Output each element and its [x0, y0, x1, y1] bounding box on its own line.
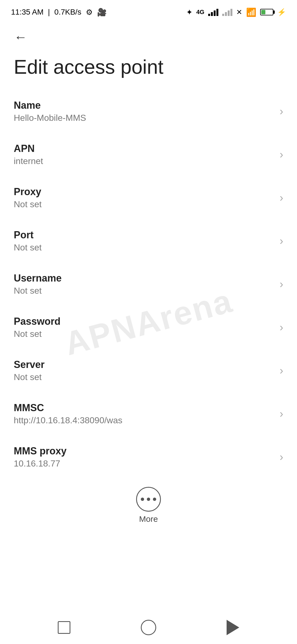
more-button-container: More	[0, 479, 297, 529]
settings-label-name: Name	[14, 100, 274, 111]
settings-label-password: Password	[14, 316, 274, 327]
settings-label-mmsc: MMSC	[14, 402, 274, 414]
chevron-right-icon-mmsc: ›	[280, 408, 283, 420]
speed-display: 0.7KB/s	[54, 8, 81, 17]
status-left: 11:35 AM | 0.7KB/s ⚙ 🎥	[11, 8, 107, 17]
settings-item-content-name: Name Hello-Mobile-MMS	[14, 100, 274, 123]
settings-item-content-apn: APN internet	[14, 143, 274, 166]
chevron-right-icon-apn: ›	[280, 148, 283, 161]
chevron-right-icon-server: ›	[280, 364, 283, 377]
settings-label-apn: APN	[14, 143, 274, 154]
settings-item-username[interactable]: Username Not set ›	[0, 263, 297, 306]
nav-recents-button[interactable]	[53, 616, 75, 638]
dot-3	[153, 498, 156, 501]
settings-value-proxy: Not set	[14, 199, 274, 209]
settings-label-username: Username	[14, 272, 274, 284]
status-right: ✦ 4G ✕ 📶 ⚡	[186, 7, 286, 17]
navigation-bar	[0, 611, 297, 644]
charge-icon: ⚡	[277, 8, 286, 17]
bluetooth-icon: ✦	[186, 8, 193, 17]
dot-2	[147, 498, 150, 501]
settings-item-content-mmsc: MMSC http://10.16.18.4:38090/was	[14, 402, 274, 425]
settings-value-apn: internet	[14, 156, 274, 166]
settings-item-content-port: Port Not set	[14, 229, 274, 253]
settings-item-name[interactable]: Name Hello-Mobile-MMS ›	[0, 90, 297, 133]
nav-home-button[interactable]	[138, 616, 160, 638]
chevron-right-icon-proxy: ›	[280, 192, 283, 204]
battery-fill	[261, 10, 265, 14]
chevron-right-icon-username: ›	[280, 278, 283, 290]
chevron-right-icon-password: ›	[280, 321, 283, 334]
battery-box	[260, 9, 273, 15]
back-arrow-icon: ←	[14, 31, 27, 44]
back-button[interactable]: ←	[11, 28, 30, 47]
chevron-right-icon-mms-proxy: ›	[280, 451, 283, 463]
settings-value-server: Not set	[14, 372, 274, 382]
settings-value-port: Not set	[14, 242, 274, 253]
more-dots-icon	[141, 498, 156, 501]
home-icon	[141, 620, 156, 635]
settings-item-server[interactable]: Server Not set ›	[0, 349, 297, 392]
settings-item-mmsc[interactable]: MMSC http://10.16.18.4:38090/was ›	[0, 392, 297, 435]
more-button[interactable]	[136, 487, 161, 512]
nav-back-button[interactable]	[222, 616, 244, 638]
more-label: More	[139, 514, 158, 524]
signal-bars-2	[222, 8, 232, 16]
battery-indicator	[260, 9, 273, 15]
settings-item-apn[interactable]: APN internet ›	[0, 133, 297, 176]
status-bar: 11:35 AM | 0.7KB/s ⚙ 🎥 ✦ 4G ✕ 📶 ⚡	[0, 0, 297, 22]
settings-item-password[interactable]: Password Not set ›	[0, 306, 297, 349]
settings-label-server: Server	[14, 359, 274, 370]
back-icon	[227, 620, 239, 635]
settings-value-password: Not set	[14, 329, 274, 339]
camera-icon: 🎥	[97, 8, 107, 17]
settings-item-proxy[interactable]: Proxy Not set ›	[0, 176, 297, 219]
settings-item-mms-proxy[interactable]: MMS proxy 10.16.18.77 ›	[0, 435, 297, 479]
settings-item-content-server: Server Not set	[14, 359, 274, 382]
settings-value-username: Not set	[14, 286, 274, 296]
chevron-right-icon-port: ›	[280, 235, 283, 247]
separator: |	[48, 8, 50, 17]
network-4g-icon: 4G	[196, 9, 204, 16]
time-display: 11:35 AM	[11, 8, 43, 17]
settings-label-mms-proxy: MMS proxy	[14, 445, 274, 457]
settings-label-port: Port	[14, 229, 274, 241]
dot-1	[141, 498, 144, 501]
settings-value-mmsc: http://10.16.18.4:38090/was	[14, 415, 274, 425]
recents-icon	[58, 621, 70, 634]
settings-item-content-password: Password Not set	[14, 316, 274, 339]
settings-list: Name Hello-Mobile-MMS › APN internet › P…	[0, 90, 297, 479]
settings-item-content-proxy: Proxy Not set	[14, 186, 274, 209]
settings-value-mms-proxy: 10.16.18.77	[14, 459, 274, 469]
no-service-icon: ✕	[236, 8, 242, 17]
settings-item-port[interactable]: Port Not set ›	[0, 219, 297, 263]
top-navigation: ←	[0, 22, 297, 50]
settings-item-content-mms-proxy: MMS proxy 10.16.18.77	[14, 445, 274, 469]
signal-bars-1	[208, 8, 218, 16]
settings-label-proxy: Proxy	[14, 186, 274, 198]
page-title: Edit access point	[14, 56, 163, 78]
settings-item-content-username: Username Not set	[14, 272, 274, 296]
settings-icon: ⚙	[86, 8, 93, 17]
settings-value-name: Hello-Mobile-MMS	[14, 113, 274, 123]
wifi-icon: 📶	[246, 7, 256, 17]
page-title-container: Edit access point	[0, 50, 297, 90]
chevron-right-icon-name: ›	[280, 105, 283, 118]
